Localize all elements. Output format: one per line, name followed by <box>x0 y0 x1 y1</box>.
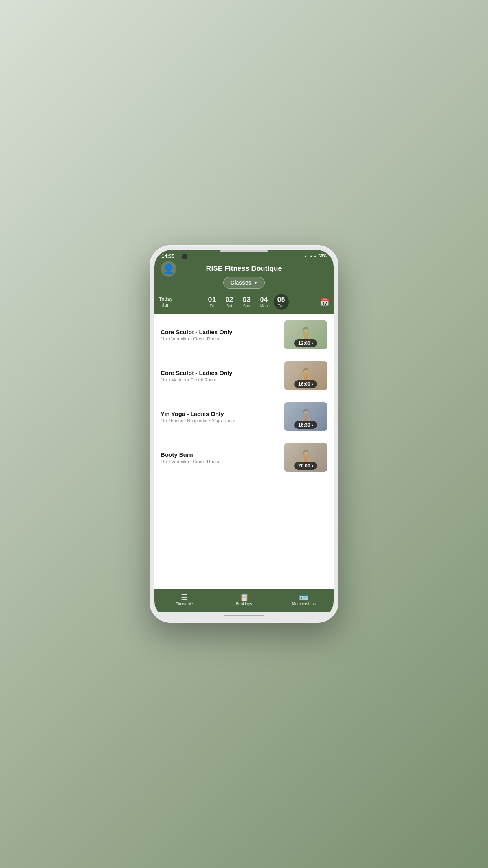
nav-item-bookings[interactable]: 📋 Bookings <box>228 593 260 606</box>
class-info: Booty Burn 1hr • Veronika • Circuit Room <box>161 451 279 464</box>
cal-day-sun[interactable]: 03 Sun <box>239 294 254 310</box>
calendar-days: 01 Fri 02 Sat 03 Sun 04 Mon 05 Tue <box>205 294 289 310</box>
time-label: 12:00 <box>298 340 310 346</box>
day-num: 02 <box>225 296 233 304</box>
header-top: 👤 RISE Fitness Boutique <box>161 265 327 273</box>
day-name: Fri <box>210 304 215 308</box>
class-info: Core Sculpt - Ladies Only 1hr • Mariela … <box>161 370 279 382</box>
day-name: Sat <box>226 304 232 308</box>
cal-day-sat[interactable]: 02 Sat <box>222 294 237 310</box>
cal-day-fri[interactable]: 01 Fri <box>205 294 220 310</box>
class-thumbnail[interactable]: 🧘 20:00 › <box>284 443 327 472</box>
classes-button[interactable]: Classes ▼ <box>223 277 265 289</box>
day-num: 03 <box>242 296 250 304</box>
phone-shell: 14:35 ▲ ▲▲ 68% 👤 RISE Fitness Boutique C… <box>150 245 338 623</box>
class-name: Core Sculpt - Ladies Only <box>161 329 279 335</box>
classes-list: Core Sculpt - Ladies Only 1hr • Veronika… <box>154 314 334 589</box>
class-item[interactable]: Booty Burn 1hr • Veronika • Circuit Room… <box>154 437 334 478</box>
camera-bar <box>220 250 268 252</box>
cal-day-mon[interactable]: 04 Mon <box>257 294 272 310</box>
status-icons: ▲ ▲▲ 68% <box>304 254 327 258</box>
nav-label: Timetable <box>176 602 193 606</box>
cal-day-tue[interactable]: 05 Tue <box>274 294 289 310</box>
signal-icon: ▲▲ <box>309 254 317 258</box>
arrow-icon: › <box>312 464 313 468</box>
arrow-icon: › <box>312 382 313 386</box>
battery-icon: 68% <box>319 254 327 258</box>
time-label: 20:00 <box>298 463 310 469</box>
time-label: 16:00 <box>298 381 310 387</box>
class-meta: 1hr 15mins • Bhupinder • Yoga Room <box>161 418 279 423</box>
time-badge: 20:00 › <box>294 462 317 470</box>
calendar-icon[interactable]: 📅 <box>320 297 330 307</box>
status-time: 14:35 <box>161 253 174 259</box>
class-meta: 1hr • Veronika • Circuit Room <box>161 337 279 341</box>
bottom-nav: ☰ Timetable 📋 Bookings 🪪 Memberships <box>154 589 334 612</box>
avatar[interactable]: 👤 <box>161 261 176 277</box>
class-thumbnail[interactable]: 🧘 12:00 › <box>284 320 327 349</box>
nav-icon: ☰ <box>181 593 188 601</box>
calendar-row: Today Jan 01 Fri 02 Sat 03 Sun 04 Mon 05… <box>154 294 334 314</box>
day-num: 04 <box>260 296 268 304</box>
class-item[interactable]: Core Sculpt - Ladies Only 1hr • Veronika… <box>154 314 334 355</box>
nav-item-timetable[interactable]: ☰ Timetable <box>169 593 200 606</box>
day-name: Sun <box>243 304 250 308</box>
avatar-icon: 👤 <box>163 263 174 274</box>
wifi-icon: ▲ <box>304 254 308 258</box>
time-badge: 12:00 › <box>294 339 317 347</box>
today-label: Today <box>159 296 172 302</box>
chevron-down-icon: ▼ <box>254 281 258 285</box>
day-num: 01 <box>208 296 216 304</box>
time-label: 16:30 <box>298 422 310 428</box>
app-title: RISE Fitness Boutique <box>206 265 282 273</box>
nav-icon: 🪪 <box>299 593 309 601</box>
month-label: Jan <box>162 302 169 308</box>
camera-dot <box>182 254 187 259</box>
class-thumbnail[interactable]: 🧘 16:30 › <box>284 402 327 431</box>
class-name: Yin Yoga - Ladies Only <box>161 410 279 417</box>
class-item[interactable]: Yin Yoga - Ladies Only 1hr 15mins • Bhup… <box>154 396 334 437</box>
time-badge: 16:30 › <box>294 421 317 429</box>
today-indicator[interactable]: Today Jan <box>158 296 173 308</box>
app-header: 👤 RISE Fitness Boutique Classes ▼ <box>154 261 334 294</box>
bottom-indicator <box>154 612 334 618</box>
class-meta: 1hr • Veronika • Circuit Room <box>161 459 279 464</box>
arrow-icon: › <box>312 341 313 346</box>
class-name: Core Sculpt - Ladies Only <box>161 370 279 376</box>
class-info: Core Sculpt - Ladies Only 1hr • Veronika… <box>161 329 279 341</box>
classes-label: Classes <box>231 280 251 286</box>
phone-screen: 14:35 ▲ ▲▲ 68% 👤 RISE Fitness Boutique C… <box>154 250 334 618</box>
nav-label: Memberships <box>292 602 316 606</box>
nav-label: Bookings <box>236 602 252 606</box>
class-info: Yin Yoga - Ladies Only 1hr 15mins • Bhup… <box>161 410 279 423</box>
class-item[interactable]: Core Sculpt - Ladies Only 1hr • Mariela … <box>154 355 334 396</box>
indicator-bar <box>224 615 264 616</box>
day-name: Tue <box>278 304 284 308</box>
arrow-icon: › <box>312 423 313 427</box>
class-name: Booty Burn <box>161 451 279 458</box>
day-num: 05 <box>277 296 285 304</box>
nav-item-memberships[interactable]: 🪪 Memberships <box>288 593 319 606</box>
time-badge: 16:00 › <box>294 380 317 388</box>
class-meta: 1hr • Mariela • Circuit Room <box>161 377 279 382</box>
class-thumbnail[interactable]: 🧘 16:00 › <box>284 361 327 390</box>
day-name: Mon <box>260 304 268 308</box>
nav-icon: 📋 <box>239 593 249 601</box>
